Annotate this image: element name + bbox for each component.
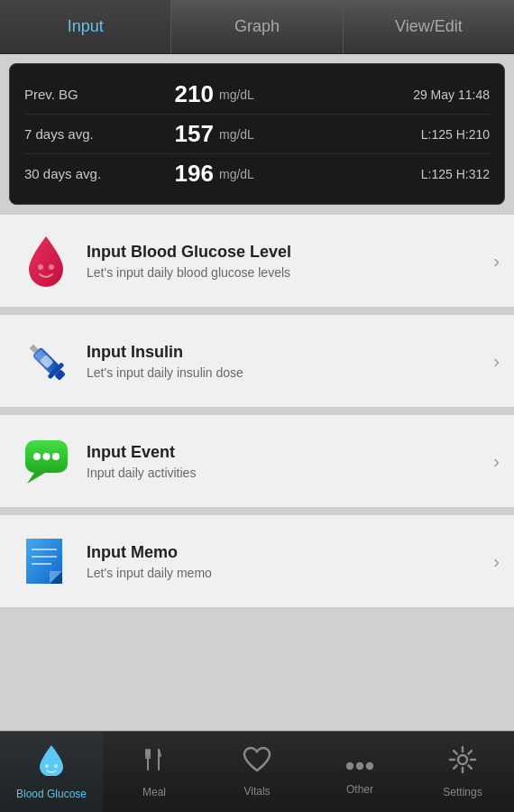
svg-marker-9 xyxy=(27,473,45,484)
meal-nav-icon xyxy=(140,745,169,780)
stats-label-prev-bg: Prev. BG xyxy=(24,87,151,102)
event-chevron: › xyxy=(486,451,500,472)
stats-row-prev-bg: Prev. BG 210 mg/dL 29 May 11:48 xyxy=(24,75,490,115)
list-item-insulin[interactable]: Input Insulin Let's input daily insulin … xyxy=(0,315,514,408)
memo-subtitle: Let's input daily memo xyxy=(87,566,486,580)
nav-settings[interactable]: Settings xyxy=(411,732,514,812)
divider-2 xyxy=(0,408,514,415)
svg-line-33 xyxy=(468,751,472,754)
stats-box: Prev. BG 210 mg/dL 29 May 11:48 7 days a… xyxy=(9,63,505,205)
other-nav-icon xyxy=(345,749,374,778)
input-list: Input Blood Glucose Level Let's input da… xyxy=(0,214,514,608)
insulin-subtitle: Let's input daily insulin dose xyxy=(87,365,486,380)
list-item-memo[interactable]: Input Memo Let's input daily memo › xyxy=(0,515,514,608)
svg-point-25 xyxy=(366,761,373,769)
stats-meta-7days: L:125 H:210 xyxy=(273,127,490,142)
nav-vitals[interactable]: Vitals xyxy=(206,732,308,812)
svg-point-16 xyxy=(45,764,49,768)
list-item-event[interactable]: Input Event Input daily activities › xyxy=(0,415,514,508)
settings-nav-label: Settings xyxy=(443,786,482,798)
memo-title: Input Memo xyxy=(87,543,486,562)
svg-point-26 xyxy=(458,755,467,764)
blood-drop-icon xyxy=(14,229,78,292)
event-title: Input Event xyxy=(87,443,486,462)
nav-other[interactable]: Other xyxy=(308,732,411,812)
memo-chevron: › xyxy=(486,551,500,572)
other-nav-label: Other xyxy=(346,783,373,796)
stats-unit-30days: mg/dL xyxy=(219,167,273,181)
settings-nav-icon xyxy=(448,745,477,780)
stats-value-30days: 196 xyxy=(151,160,214,188)
blood-glucose-chevron: › xyxy=(486,251,500,272)
divider-1 xyxy=(0,308,514,315)
svg-point-17 xyxy=(54,764,58,768)
svg-point-1 xyxy=(49,264,54,270)
nav-blood-glucose[interactable]: Blood Glucose xyxy=(0,732,103,812)
svg-point-24 xyxy=(356,761,363,769)
memo-icon xyxy=(14,530,78,593)
svg-rect-18 xyxy=(147,749,149,770)
stats-value-7days: 157 xyxy=(151,120,214,148)
svg-line-32 xyxy=(468,765,472,769)
stats-meta-prev-bg: 29 May 11:48 xyxy=(273,88,490,102)
stats-label-7days: 7 days avg. xyxy=(24,126,151,142)
svg-rect-21 xyxy=(145,757,151,759)
svg-rect-20 xyxy=(149,749,151,757)
stats-meta-30days: L:125 H:312 xyxy=(273,167,490,181)
stats-row-7days: 7 days avg. 157 mg/dL L:125 H:210 xyxy=(24,115,490,154)
event-subtitle: Input daily activities xyxy=(87,466,486,480)
stats-label-30days: 30 days avg. xyxy=(24,166,151,181)
svg-point-12 xyxy=(52,453,60,460)
stats-unit-prev-bg: mg/dL xyxy=(219,88,273,102)
svg-point-0 xyxy=(38,264,43,270)
svg-line-31 xyxy=(454,751,457,754)
vitals-nav-label: Vitals xyxy=(243,785,270,798)
blood-glucose-title: Input Blood Glucose Level xyxy=(87,243,486,262)
bottom-nav: Blood Glucose Meal Vitals xyxy=(0,731,514,812)
divider-3 xyxy=(0,508,514,515)
insulin-chevron: › xyxy=(486,351,500,372)
stats-unit-7days: mg/dL xyxy=(219,127,273,142)
insulin-icon xyxy=(14,329,78,392)
tab-graph[interactable]: Graph xyxy=(171,0,343,53)
blood-glucose-nav-label: Blood Glucose xyxy=(16,788,87,800)
insulin-title: Input Insulin xyxy=(87,343,486,362)
tab-input[interactable]: Input xyxy=(0,0,171,53)
nav-meal[interactable]: Meal xyxy=(103,732,206,812)
meal-nav-label: Meal xyxy=(142,786,166,798)
svg-point-10 xyxy=(33,453,41,460)
svg-rect-19 xyxy=(145,749,147,757)
stats-row-30days: 30 days avg. 196 mg/dL L:125 H:312 xyxy=(24,154,490,193)
svg-point-11 xyxy=(42,453,50,460)
blood-glucose-subtitle: Let's input daily blood glucose levels xyxy=(87,265,486,280)
tab-viewedit[interactable]: View/Edit xyxy=(344,0,514,53)
svg-line-34 xyxy=(454,765,457,769)
top-tab-bar: Input Graph View/Edit xyxy=(0,0,514,54)
stats-value-prev-bg: 210 xyxy=(151,80,214,108)
svg-point-23 xyxy=(346,761,353,769)
blood-glucose-nav-icon xyxy=(37,743,66,782)
list-item-blood-glucose[interactable]: Input Blood Glucose Level Let's input da… xyxy=(0,214,514,308)
event-icon xyxy=(14,429,78,493)
vitals-nav-icon xyxy=(243,746,271,780)
